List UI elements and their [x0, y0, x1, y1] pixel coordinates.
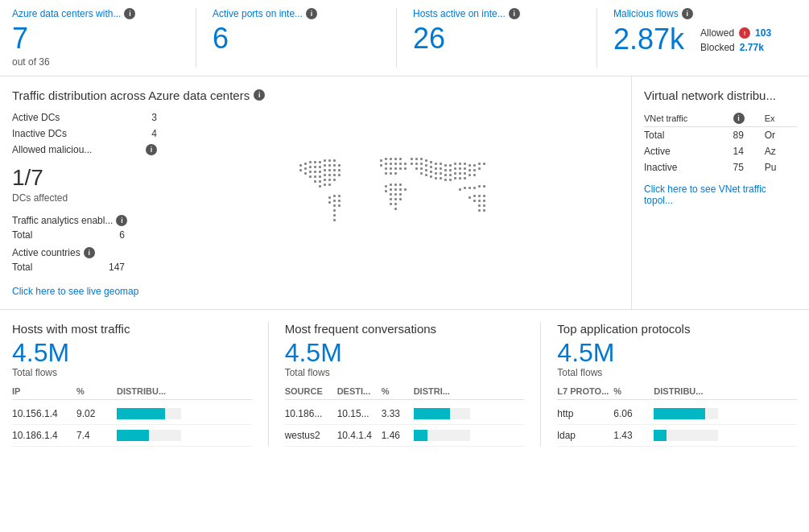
svg-rect-107 — [425, 164, 427, 167]
active-ports-metric: Active ports on inte... i 6 — [213, 8, 397, 68]
svg-rect-68 — [390, 172, 392, 175]
svg-rect-2 — [309, 161, 312, 163]
world-map — [173, 112, 619, 297]
svg-rect-38 — [324, 184, 326, 186]
svg-rect-9 — [304, 167, 307, 170]
svg-rect-87 — [394, 208, 397, 210]
svg-rect-100 — [468, 164, 471, 167]
countries-total-value: 147 — [109, 262, 125, 273]
active-dcs-label: Active DCs — [12, 112, 60, 123]
azure-dc-sub: out of 36 — [12, 56, 180, 68]
proto-panel-sub: Total flows — [557, 367, 797, 378]
svg-rect-3 — [314, 161, 316, 163]
svg-rect-138 — [449, 179, 452, 181]
azure-dc-title-text: Azure data centers with... — [12, 8, 121, 19]
active-ports-title[interactable]: Active ports on inte... i — [213, 8, 380, 19]
svg-rect-116 — [468, 169, 471, 171]
hosts-panel-title: Hosts with most traffic — [12, 322, 252, 336]
svg-rect-23 — [333, 169, 336, 171]
vnet-info-icon[interactable]: i — [733, 113, 745, 124]
svg-rect-49 — [333, 214, 336, 217]
svg-rect-89 — [415, 158, 418, 160]
svg-rect-14 — [328, 164, 331, 167]
svg-rect-134 — [430, 175, 432, 178]
svg-rect-108 — [430, 166, 432, 168]
svg-rect-143 — [464, 187, 466, 189]
azure-dc-title[interactable]: Azure data centers with... i — [12, 8, 180, 19]
proto-table-header: L7 PROTO... % DISTRIBU... — [557, 386, 797, 400]
svg-rect-130 — [468, 174, 471, 176]
conv-col-pct: % — [382, 386, 414, 396]
hosts-active-info-icon[interactable]: i — [509, 8, 520, 19]
svg-rect-82 — [390, 198, 392, 200]
svg-rect-6 — [328, 159, 331, 162]
proto-panel-value: 4.5M — [557, 339, 797, 367]
svg-rect-12 — [319, 166, 321, 168]
svg-rect-16 — [338, 164, 341, 167]
vnet-link[interactable]: Click here to see VNet traffic topol... — [644, 184, 797, 206]
svg-rect-118 — [478, 167, 481, 170]
svg-rect-131 — [473, 174, 476, 176]
svg-rect-123 — [435, 172, 437, 175]
analytics-label: Traffic analytics enabl... — [12, 215, 113, 226]
analytics-info-icon[interactable]: i — [116, 215, 127, 226]
svg-rect-76 — [394, 188, 397, 191]
vnet-active-label: Active — [644, 143, 733, 159]
svg-rect-60 — [399, 163, 402, 165]
svg-rect-92 — [430, 161, 432, 163]
bottom-panels: Hosts with most traffic 4.5M Total flows… — [0, 310, 809, 459]
svg-rect-95 — [444, 164, 447, 167]
allowed-row: Allowed ! 103 — [700, 27, 771, 39]
svg-rect-17 — [304, 172, 307, 175]
svg-rect-121 — [425, 169, 427, 171]
azure-dc-value: 7 — [12, 23, 180, 55]
analytics-total-row: Total 6 — [12, 229, 125, 241]
svg-rect-113 — [454, 167, 456, 170]
geomap-link[interactable]: Click here to see live geomap — [12, 286, 138, 297]
allowed-malicious-row: Allowed maliciou... i — [12, 144, 157, 155]
hosts-active-title[interactable]: Hosts active on inte... i — [413, 8, 580, 19]
svg-rect-149 — [473, 195, 476, 197]
proto-row2-bar-container — [654, 430, 718, 441]
world-map-svg — [283, 140, 509, 269]
dcs-affected-label: DCs affected — [12, 192, 157, 204]
proto-row1-name: http — [557, 408, 613, 419]
traffic-info-icon[interactable]: i — [254, 89, 265, 101]
svg-rect-72 — [394, 184, 397, 186]
vnet-inactive-col2: Pu — [765, 159, 797, 175]
svg-rect-51 — [380, 159, 382, 162]
svg-rect-79 — [390, 193, 392, 196]
svg-rect-139 — [454, 177, 456, 179]
malicious-flows-title[interactable]: Malicious flows i — [613, 8, 781, 19]
svg-rect-71 — [390, 184, 392, 186]
countries-group: Active countries i Total 147 — [12, 247, 157, 273]
svg-rect-65 — [399, 167, 402, 170]
countries-info-icon[interactable]: i — [84, 247, 95, 258]
svg-rect-41 — [333, 195, 336, 197]
malicious-flows-info-icon[interactable]: i — [682, 8, 693, 19]
svg-rect-21 — [324, 169, 326, 171]
conv-col-dst: DESTI... — [337, 386, 382, 396]
proto-row2-bar-fill — [654, 430, 667, 441]
allowed-malicious-info-icon[interactable]: i — [146, 144, 157, 155]
svg-rect-53 — [390, 158, 392, 160]
hosts-panel-value: 4.5M — [12, 339, 252, 367]
svg-rect-119 — [415, 167, 418, 170]
svg-rect-13 — [324, 164, 326, 167]
svg-rect-22 — [328, 169, 331, 171]
svg-rect-99 — [464, 163, 466, 165]
svg-rect-104 — [411, 163, 413, 165]
allowed-label: Allowed — [700, 27, 734, 39]
svg-rect-101 — [473, 164, 476, 167]
svg-rect-77 — [399, 188, 402, 191]
svg-rect-120 — [420, 167, 423, 170]
svg-rect-43 — [328, 201, 331, 204]
countries-total-label: Total — [12, 262, 32, 273]
malicious-main: 2.87k Allowed ! 103 Blocked 2.77k — [613, 23, 781, 56]
azure-dc-info-icon[interactable]: i — [124, 8, 135, 19]
svg-rect-125 — [444, 174, 447, 176]
svg-rect-70 — [385, 185, 387, 188]
active-ports-info-icon[interactable]: i — [306, 8, 317, 19]
svg-rect-63 — [390, 167, 392, 170]
svg-rect-86 — [394, 203, 397, 205]
